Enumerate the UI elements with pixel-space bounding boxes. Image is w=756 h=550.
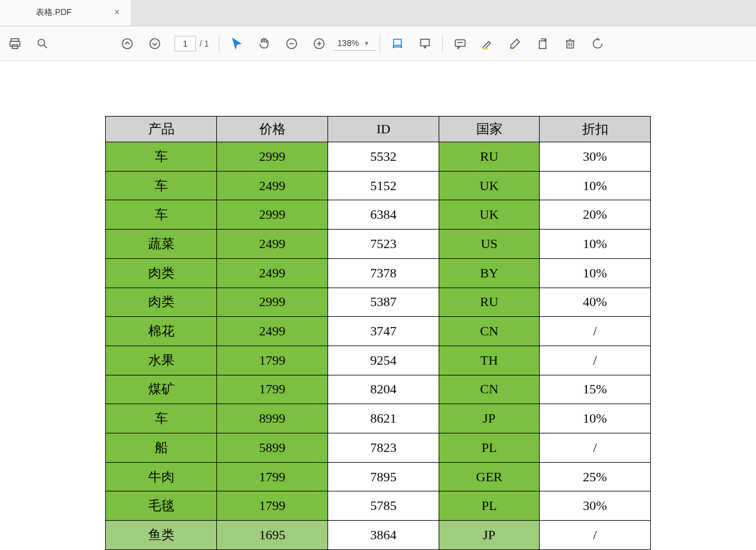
fit-width-button[interactable] [384, 30, 411, 57]
svg-rect-19 [539, 41, 546, 48]
cell-product: 鱼类 [106, 521, 217, 550]
svg-point-5 [123, 38, 133, 48]
cell-discount: 10% [540, 404, 651, 433]
highlight-button[interactable] [474, 30, 501, 57]
zoom-level-dropdown[interactable]: 138% ▼ [333, 36, 376, 51]
svg-rect-12 [393, 39, 401, 45]
cell-price: 2499 [217, 317, 328, 346]
cell-discount: 40% [540, 288, 651, 317]
hand-icon [258, 37, 271, 50]
zoom-out-button[interactable] [278, 30, 305, 57]
close-icon[interactable]: × [112, 7, 123, 18]
cell-country: TH [439, 346, 540, 375]
rotate-page-icon [536, 37, 549, 50]
cell-price: 1695 [217, 521, 328, 550]
toolbar-separator [379, 34, 380, 53]
cell-price: 1799 [217, 375, 328, 404]
cell-id: 5532 [328, 142, 439, 172]
cell-discount: / [540, 521, 651, 550]
cell-product: 蔬菜 [106, 230, 217, 259]
toolbar-separator [219, 34, 219, 53]
cell-product: 车 [106, 171, 217, 200]
cell-discount: 30% [540, 142, 651, 172]
document-tab[interactable]: 表格.PDF × [0, 0, 131, 26]
fit-page-icon [418, 37, 431, 50]
header-price: 价格 [217, 117, 328, 142]
table-row[interactable]: 船58997823PL/ [106, 433, 651, 463]
cell-price: 2499 [217, 258, 328, 288]
cell-id: 7523 [328, 230, 439, 259]
table-row[interactable]: 水果17999254TH/ [106, 346, 651, 375]
cell-price: 1799 [217, 491, 328, 521]
table-row[interactable]: 车89998621JP10% [106, 404, 651, 433]
zoom-tool-button[interactable] [29, 30, 56, 57]
cell-product: 水果 [106, 346, 217, 375]
svg-rect-16 [455, 39, 465, 46]
toolbar-separator [442, 34, 443, 53]
cell-price: 5899 [217, 433, 328, 463]
sign-button[interactable] [501, 30, 529, 57]
next-page-button[interactable] [141, 30, 169, 57]
cell-product: 车 [106, 200, 217, 230]
cell-price: 2999 [217, 288, 328, 317]
document-viewport[interactable]: 产品 价格 ID 国家 折扣 车29995532RU30%车24995152UK… [0, 61, 756, 550]
table-row[interactable]: 肉类29995387RU40% [106, 288, 651, 317]
fit-page-button[interactable] [411, 30, 439, 57]
hand-tool-button[interactable] [250, 30, 278, 57]
rotate-page-button[interactable] [529, 30, 556, 57]
table-row[interactable]: 肉类24997378BY10% [106, 258, 651, 288]
cell-discount: 15% [540, 375, 651, 404]
table-row[interactable]: 煤矿17998204CN15% [106, 375, 651, 404]
arrow-up-icon [121, 37, 134, 50]
cell-id: 6384 [328, 200, 439, 230]
table-row[interactable]: 车29996384UK20% [106, 200, 651, 230]
cell-country: US [439, 230, 540, 259]
rotate-view-button[interactable] [584, 30, 611, 57]
comment-button[interactable] [446, 30, 474, 57]
signature-icon [509, 37, 522, 50]
svg-rect-14 [420, 39, 429, 45]
cell-product: 煤矿 [106, 375, 217, 404]
table-row[interactable]: 牛肉17997895GER25% [106, 462, 651, 491]
cell-country: GER [439, 462, 540, 491]
cell-id: 3747 [328, 317, 439, 346]
cell-product: 棉花 [106, 317, 217, 346]
cell-country: JP [439, 404, 540, 433]
cell-price: 2499 [217, 171, 328, 200]
chevron-down-icon: ▼ [363, 40, 369, 47]
table-row[interactable]: 棉花24993747CN/ [106, 317, 651, 346]
cell-product: 牛肉 [106, 462, 217, 491]
print-icon [8, 37, 22, 50]
cell-price: 1799 [217, 462, 328, 491]
zoom-in-button[interactable] [305, 30, 333, 57]
fit-width-icon [391, 37, 404, 50]
minus-circle-icon [285, 37, 298, 50]
cell-country: UK [439, 171, 540, 200]
cell-discount: 10% [540, 171, 651, 200]
cell-country: CN [439, 317, 540, 346]
print-button[interactable] [1, 30, 29, 57]
cell-id: 5387 [328, 288, 439, 317]
prev-page-button[interactable] [114, 30, 141, 57]
page-current-input[interactable] [175, 36, 196, 51]
table-row[interactable]: 车29995532RU30% [106, 142, 651, 172]
cell-product: 船 [106, 433, 217, 463]
table-row[interactable]: 鱼类16953864JP/ [106, 521, 651, 550]
table-row[interactable]: 毛毯17995785PL30% [106, 491, 651, 521]
cell-id: 8204 [328, 375, 439, 404]
header-country: 国家 [439, 117, 540, 142]
table-row[interactable]: 车24995152UK10% [106, 171, 651, 200]
cell-discount: 30% [540, 491, 651, 521]
cell-product: 肉类 [106, 288, 217, 317]
select-tool-button[interactable] [223, 30, 250, 57]
header-product: 产品 [106, 117, 217, 142]
cell-discount: / [540, 433, 651, 463]
cell-country: PL [439, 491, 540, 521]
page-indicator: / 1 [175, 36, 209, 51]
arrow-down-icon [148, 37, 161, 50]
cell-country: RU [439, 288, 540, 317]
delete-button[interactable] [556, 30, 584, 57]
table-row[interactable]: 蔬菜24997523US10% [106, 230, 651, 259]
trash-icon [564, 37, 577, 50]
cell-country: JP [439, 521, 540, 550]
